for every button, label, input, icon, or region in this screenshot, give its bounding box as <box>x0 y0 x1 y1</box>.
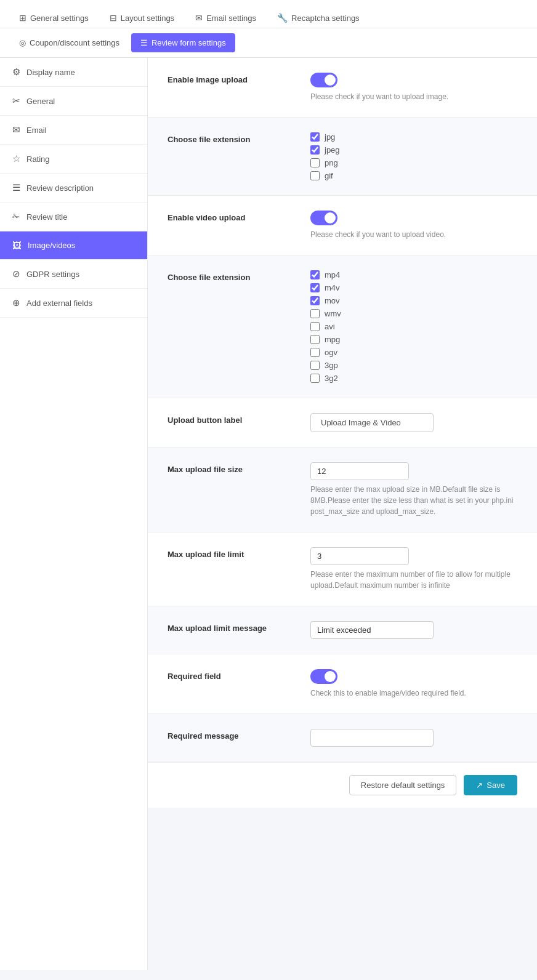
enable-video-upload-toggle[interactable] <box>310 211 337 225</box>
content-area: Enable image upload Please check if you … <box>148 58 537 970</box>
ext-jpeg[interactable]: jpeg <box>310 145 517 155</box>
required-message-input[interactable] <box>310 729 434 747</box>
ext-3g2[interactable]: 3g2 <box>310 374 517 383</box>
layout-settings-icon: ⊟ <box>110 13 117 23</box>
ext-gif[interactable]: gif <box>310 171 517 180</box>
file-extension-video-section: Choose file extension mp4 m4v <box>148 255 537 398</box>
ext-mp4[interactable]: mp4 <box>310 270 517 279</box>
gdpr-icon: ⊘ <box>12 268 20 279</box>
sidebar-item-review-description[interactable]: ☰ Review description <box>0 174 147 203</box>
max-upload-limit-content: Please enter the maximum number of file … <box>310 547 517 591</box>
file-extension-image-section: Choose file extension jpg jpeg <box>148 118 537 196</box>
upload-button-label-input[interactable] <box>310 413 434 432</box>
review-form-icon: ☰ <box>140 38 148 47</box>
upload-button-label-section: Upload button label <box>148 398 537 448</box>
save-icon: ↗ <box>476 781 483 790</box>
max-upload-size-content: Please enter the max upload size in MB.D… <box>310 462 517 517</box>
required-field-toggle[interactable] <box>310 669 337 684</box>
max-upload-limit-input[interactable] <box>310 547 409 565</box>
sidebar-item-review-title[interactable]: ✁ Review title <box>0 203 147 231</box>
sidebar-item-email[interactable]: ✉ Email <box>0 116 147 145</box>
max-upload-limit-label: Max upload file limit <box>168 547 291 559</box>
upload-button-label-label: Upload button label <box>168 413 291 425</box>
review-title-icon: ✁ <box>12 211 20 222</box>
main-layout: ⚙ Display name ✂ General ✉ Email ☆ Ratin… <box>0 58 537 970</box>
ext-png[interactable]: png <box>310 158 517 167</box>
ext-mov[interactable]: mov <box>310 296 517 305</box>
enable-video-upload-content: Please check if you want to upload video… <box>310 211 517 240</box>
layout-settings-tab[interactable]: ⊟ Layout settings <box>100 7 184 28</box>
max-upload-size-hint: Please enter the max upload size in MB.D… <box>310 484 517 517</box>
review-form-settings-tab[interactable]: ☰ Review form settings <box>131 33 235 52</box>
rating-icon: ☆ <box>12 153 20 164</box>
action-bar: Restore default settings ↗ Save <box>148 762 537 808</box>
required-field-section: Required field Check this to enable imag… <box>148 654 537 714</box>
sidebar-item-gdpr[interactable]: ⊘ GDPR settings <box>0 260 147 289</box>
second-navigation: ◎ Coupon/discount settings ☰ Review form… <box>0 28 537 58</box>
sidebar: ⚙ Display name ✂ General ✉ Email ☆ Ratin… <box>0 58 148 970</box>
ext-mpg[interactable]: mpg <box>310 335 517 344</box>
sidebar-item-display-name[interactable]: ⚙ Display name <box>0 58 147 87</box>
max-upload-message-content <box>310 621 517 639</box>
recaptcha-settings-tab[interactable]: 🔧 Recaptcha settings <box>268 7 369 28</box>
email-settings-icon: ✉ <box>195 13 203 23</box>
general-icon: ✂ <box>12 95 20 106</box>
required-message-content <box>310 729 517 747</box>
ext-jpg[interactable]: jpg <box>310 132 517 142</box>
required-field-content: Check this to enable image/video require… <box>310 669 517 699</box>
sidebar-item-rating[interactable]: ☆ Rating <box>0 145 147 174</box>
upload-button-label-content <box>310 413 517 432</box>
max-upload-size-label: Max upload file size <box>168 462 291 474</box>
sidebar-item-image-videos[interactable]: 🖼 Image/videos <box>0 231 147 260</box>
external-fields-icon: ⊕ <box>12 297 20 308</box>
enable-video-upload-section: Enable video upload Please check if you … <box>148 196 537 255</box>
restore-defaults-button[interactable]: Restore default settings <box>349 775 457 795</box>
required-message-label: Required message <box>168 729 291 741</box>
ext-3gp[interactable]: 3gp <box>310 361 517 370</box>
enable-image-upload-label: Enable image upload <box>168 73 291 84</box>
ext-m4v[interactable]: m4v <box>310 283 517 292</box>
enable-image-upload-section: Enable image upload Please check if you … <box>148 58 537 118</box>
ext-wmv[interactable]: wmv <box>310 309 517 318</box>
max-upload-size-input[interactable] <box>310 462 409 480</box>
email-settings-tab[interactable]: ✉ Email settings <box>186 7 265 28</box>
max-upload-message-section: Max upload limit message <box>148 606 537 654</box>
general-settings-icon: ⊞ <box>19 13 26 23</box>
required-message-section: Required message <box>148 714 537 762</box>
enable-image-upload-toggle[interactable] <box>310 73 337 87</box>
max-upload-limit-hint: Please enter the maximum number of file … <box>310 569 517 591</box>
file-extension-video-content: mp4 m4v mov wmv <box>310 270 517 383</box>
required-field-hint: Check this to enable image/video require… <box>310 688 517 699</box>
image-videos-icon: 🖼 <box>12 240 22 251</box>
required-field-label: Required field <box>168 669 291 681</box>
image-extension-checkboxes: jpg jpeg png gif <box>310 132 517 180</box>
coupon-settings-tab[interactable]: ◎ Coupon/discount settings <box>10 33 129 52</box>
enable-image-upload-hint: Please check if you want to upload image… <box>310 91 517 102</box>
video-extension-checkboxes: mp4 m4v mov wmv <box>310 270 517 383</box>
sidebar-item-external-fields[interactable]: ⊕ Add external fields <box>0 289 147 318</box>
sidebar-item-general[interactable]: ✂ General <box>0 87 147 116</box>
max-upload-message-label: Max upload limit message <box>168 621 291 633</box>
coupon-icon: ◎ <box>19 38 26 47</box>
enable-video-upload-hint: Please check if you want to upload video… <box>310 229 517 240</box>
enable-image-upload-content: Please check if you want to upload image… <box>310 73 517 102</box>
ext-ogv[interactable]: ogv <box>310 348 517 357</box>
file-extension-video-label: Choose file extension <box>168 270 291 282</box>
file-extension-image-label: Choose file extension <box>168 132 291 144</box>
recaptcha-settings-icon: 🔧 <box>277 13 288 23</box>
general-settings-tab[interactable]: ⊞ General settings <box>10 7 98 28</box>
max-upload-size-section: Max upload file size Please enter the ma… <box>148 448 537 532</box>
review-description-icon: ☰ <box>12 182 20 193</box>
display-name-icon: ⚙ <box>12 66 20 78</box>
enable-video-upload-label: Enable video upload <box>168 211 291 222</box>
max-upload-message-input[interactable] <box>310 621 434 639</box>
save-button[interactable]: ↗ Save <box>464 775 517 795</box>
top-navigation: ⊞ General settings ⊟ Layout settings ✉ E… <box>0 0 537 28</box>
file-extension-image-content: jpg jpeg png gif <box>310 132 517 180</box>
ext-avi[interactable]: avi <box>310 322 517 331</box>
email-sidebar-icon: ✉ <box>12 124 20 135</box>
max-upload-limit-section: Max upload file limit Please enter the m… <box>148 532 537 606</box>
